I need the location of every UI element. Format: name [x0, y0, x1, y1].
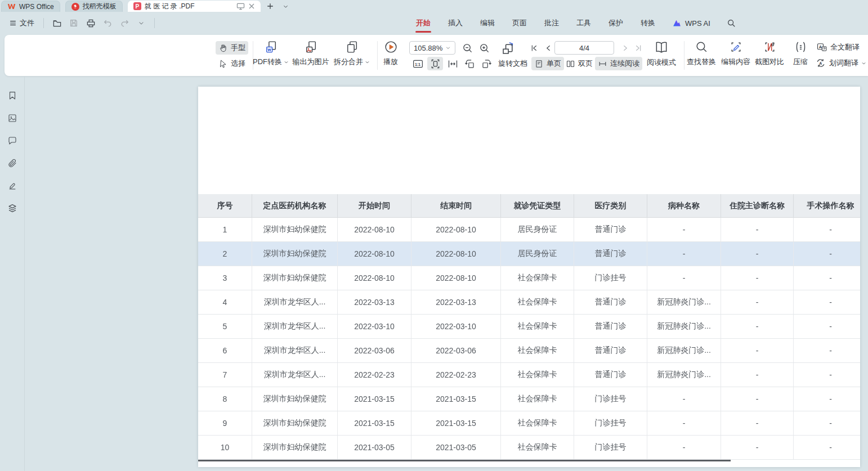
screenshot-compare-button[interactable]: 截图对比: [754, 40, 785, 67]
rotate-right-button[interactable]: [478, 57, 494, 70]
screen-share-icon[interactable]: [236, 3, 245, 10]
fit-width-button[interactable]: [445, 57, 460, 70]
thumbnails-panel-button[interactable]: [4, 110, 21, 127]
actual-size-button[interactable]: 1:1: [410, 57, 426, 70]
redo-button[interactable]: [117, 16, 132, 30]
save-button[interactable]: [66, 16, 81, 30]
table-cell: -: [721, 411, 794, 435]
rotate-pages-button[interactable]: [499, 39, 517, 56]
compress-icon: [794, 40, 808, 54]
edit-content-icon: [729, 40, 743, 54]
rotate-left-button[interactable]: [462, 57, 477, 70]
table-row: 6深圳市龙华区人...2022-03-062022-03-06社会保障卡普通门诊…: [198, 339, 860, 363]
menu-tab-edit[interactable]: 编辑: [480, 12, 495, 34]
attachments-panel-button[interactable]: [4, 155, 21, 172]
first-page-button[interactable]: [526, 41, 542, 55]
menu-tab-tools[interactable]: 工具: [576, 12, 592, 34]
find-replace-icon: [695, 40, 709, 54]
menu-tab-home[interactable]: 开始: [415, 12, 431, 34]
hand-tool-label: 手型: [231, 43, 245, 53]
split-merge-button[interactable]: 拆分合并: [333, 40, 370, 67]
table-cell: -: [647, 436, 721, 459]
table-cell: 2021-03-15: [338, 411, 411, 435]
file-menu-button[interactable]: 文件: [6, 16, 38, 30]
play-button[interactable]: 播放: [379, 40, 402, 67]
close-tab-icon[interactable]: [248, 3, 255, 10]
table-cell: 2022-03-10: [411, 315, 501, 338]
table-cell: 社会保障卡: [501, 290, 574, 314]
zoom-in-button[interactable]: [476, 41, 492, 55]
tab-label: 就 医 记 录 .PDF: [145, 2, 233, 11]
table-cell: 普通门诊: [574, 242, 647, 266]
signature-panel-button[interactable]: [4, 177, 21, 194]
double-page-icon: [566, 59, 575, 69]
menu-tab-insert[interactable]: 插入: [448, 12, 463, 34]
bookmarks-panel-button[interactable]: [4, 87, 21, 104]
table-cell: -: [794, 387, 860, 411]
menu-tab-page[interactable]: 页面: [512, 12, 527, 34]
single-page-button[interactable]: 单页: [531, 57, 564, 70]
hand-tool-button[interactable]: 手型: [216, 41, 248, 55]
find-replace-button[interactable]: 查找替换: [686, 40, 717, 67]
undo-button[interactable]: [100, 16, 115, 30]
more-history-button[interactable]: [134, 16, 149, 30]
svg-text:A: A: [819, 61, 822, 66]
print-button[interactable]: [83, 16, 98, 30]
table-row: 10深圳市妇幼保健院2021-03-052021-03-05社会保障卡门诊挂号-…: [198, 436, 860, 460]
chevron-down-icon: [284, 60, 289, 65]
compress-button[interactable]: 压缩: [791, 40, 810, 67]
table-cell: 10: [198, 436, 252, 459]
layers-panel-button[interactable]: [4, 200, 21, 217]
edit-content-button[interactable]: 编辑内容: [720, 40, 751, 67]
fit-page-button[interactable]: [427, 57, 443, 70]
menu-tab-convert[interactable]: 转换: [640, 12, 656, 34]
tab-list-button[interactable]: [280, 1, 292, 12]
wps-ai-logo-icon: [672, 19, 682, 28]
tab-wps-office[interactable]: WPS Office: [1, 1, 60, 12]
chevron-down-icon: [138, 20, 145, 26]
find-replace-label: 查找替换: [687, 57, 716, 67]
zoom-out-button[interactable]: [459, 41, 475, 55]
word-translate-button[interactable]: A 划词翻译: [815, 56, 866, 70]
export-image-button[interactable]: 输出为图片: [292, 40, 330, 67]
open-file-button[interactable]: [50, 16, 64, 30]
tab-docer-templates[interactable]: 找稻壳模板: [65, 1, 123, 12]
table-cell: 社会保障卡: [501, 315, 574, 338]
document-area[interactable]: 序号定点医药机构名称开始时间结束时间就诊凭证类型医疗类别病种名称住院主诊断名称手…: [25, 76, 868, 471]
rotate-document-button[interactable]: 旋转文档: [495, 57, 530, 70]
table-cell: 2: [198, 242, 252, 266]
full-translate-button[interactable]: A 全文翻译: [816, 41, 860, 54]
menu-tab-protect[interactable]: 保护: [608, 12, 624, 34]
table-cell: 2022-08-10: [411, 266, 501, 290]
table-cell: 深圳市龙华区人...: [252, 290, 338, 314]
table-cell: 4: [198, 290, 252, 314]
table-cell: 2022-08-10: [338, 242, 411, 266]
read-mode-button[interactable]: 阅读模式: [644, 40, 679, 68]
previous-page-button[interactable]: [540, 41, 556, 55]
column-header: 手术操作名称: [794, 194, 860, 217]
table-cell: 社会保障卡: [501, 363, 574, 387]
page-number-input[interactable]: [554, 41, 614, 55]
pdf-convert-button[interactable]: PDF转换: [253, 40, 288, 67]
search-icon[interactable]: [727, 19, 736, 28]
menu-tab-comment[interactable]: 批注: [544, 12, 560, 34]
comments-panel-button[interactable]: [4, 132, 21, 149]
read-mode-book-icon: [654, 40, 669, 55]
table-cell: -: [721, 290, 794, 314]
wps-ai-button[interactable]: WPS AI: [672, 19, 710, 28]
chevron-down-icon: [445, 45, 451, 51]
previous-page-icon: [544, 43, 553, 53]
new-tab-button[interactable]: [264, 1, 276, 12]
tab-document-active[interactable]: P 就 医 记 录 .PDF: [128, 1, 261, 12]
table-cell: 新冠肺炎门诊...: [647, 290, 721, 314]
first-page-icon: [529, 43, 539, 53]
select-tool-button[interactable]: 选择: [216, 57, 248, 70]
table-cell: 门诊挂号: [574, 436, 647, 459]
table-cell: 普通门诊: [574, 339, 647, 362]
continuous-read-button[interactable]: 连续阅读: [595, 57, 642, 70]
table-cell: 深圳市妇幼保健院: [252, 218, 338, 241]
table-cell: 居民身份证: [501, 218, 574, 241]
single-page-label: 单页: [547, 59, 561, 69]
table-header-row: 序号定点医药机构名称开始时间结束时间就诊凭证类型医疗类别病种名称住院主诊断名称手…: [198, 194, 860, 218]
zoom-level-select[interactable]: 105.88%: [409, 41, 455, 55]
